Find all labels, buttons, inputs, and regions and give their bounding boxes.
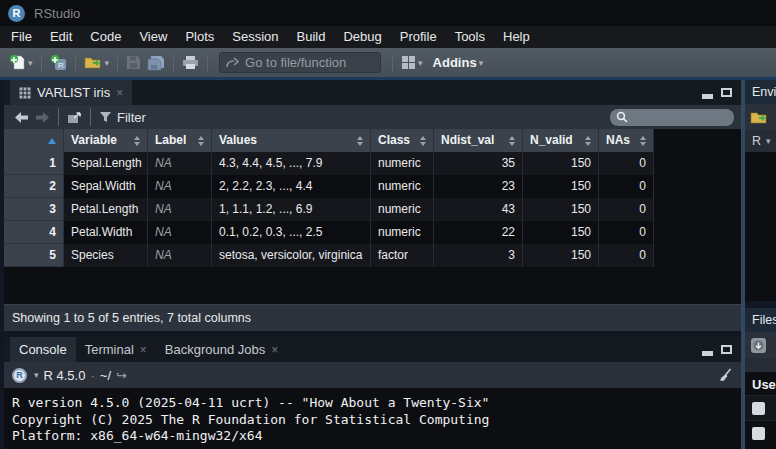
menu-help[interactable]: Help (494, 26, 539, 48)
table-search-box[interactable] (610, 109, 734, 126)
new-file-button[interactable]: ▾ (6, 51, 36, 75)
environment-pane: Environment R ▾ (745, 80, 776, 301)
class-cell: numeric (371, 175, 434, 198)
title-bar: R RStudio (0, 0, 776, 26)
open-file-button[interactable]: ▾ (81, 51, 113, 75)
filter-button[interactable]: Filter (96, 105, 149, 129)
files-header-label: User (745, 372, 776, 395)
label-cell: NA (148, 175, 212, 198)
row-number-column-header[interactable] (4, 129, 64, 152)
label-cell: NA (148, 152, 212, 175)
file-checkbox[interactable] (752, 427, 765, 440)
print-button[interactable] (179, 51, 202, 75)
column-header-n-valid[interactable]: N_valid (523, 129, 599, 152)
open-in-new-window-button[interactable] (64, 105, 85, 129)
file-checkbox[interactable] (752, 402, 765, 415)
minimize-pane-icon[interactable] (702, 351, 713, 356)
new-project-button[interactable]: R (47, 51, 70, 75)
tab-environment[interactable]: Environment (745, 80, 776, 104)
open-directory-arrow-icon[interactable]: ↪ (116, 368, 127, 383)
toolbar-separator (41, 54, 42, 72)
back-arrow-icon (14, 111, 29, 124)
table-row: 4 Petal.Width NA 0.1, 0.2, 0.3, ..., 2.5… (4, 221, 741, 244)
row-number-cell: 3 (4, 198, 64, 221)
filter-funnel-icon (99, 111, 112, 123)
pane-grid-icon (401, 55, 416, 70)
app-title: RStudio (34, 6, 80, 21)
svg-text:R: R (58, 61, 64, 70)
row-number-cell: 1 (4, 152, 64, 175)
column-header-label[interactable]: Label (148, 129, 212, 152)
ndist-val-cell: 35 (434, 152, 523, 175)
close-icon[interactable]: × (271, 343, 278, 357)
column-header-values[interactable]: Values (212, 129, 371, 152)
menu-session[interactable]: Session (223, 26, 287, 48)
environment-language-selector[interactable]: R ▾ (745, 130, 776, 152)
sort-icon (353, 136, 363, 146)
chevron-down-icon: ▾ (418, 58, 423, 68)
goto-file-function-input[interactable]: Go to file/function (219, 52, 381, 73)
environment-toolbar (745, 104, 776, 130)
menu-tools[interactable]: Tools (446, 26, 494, 48)
class-cell: numeric (371, 198, 434, 221)
sort-icon (194, 136, 204, 146)
tab-background-jobs[interactable]: Background Jobs × (156, 337, 287, 362)
values-cell: 2, 2.2, 2.3, ..., 4.4 (212, 175, 371, 198)
clear-console-broom-icon[interactable] (718, 368, 733, 383)
load-workspace-folder-icon[interactable] (750, 110, 769, 125)
values-cell: 4.3, 4.4, 4.5, ..., 7.9 (212, 152, 371, 175)
column-header-class[interactable]: Class (371, 129, 434, 152)
menu-edit[interactable]: Edit (41, 26, 81, 48)
menu-plots[interactable]: Plots (176, 26, 223, 48)
rstudio-logo-icon: R (8, 5, 25, 22)
nas-cell: 0 (599, 152, 654, 175)
minimize-pane-icon[interactable] (702, 94, 713, 99)
ndist-val-cell: 3 (434, 244, 523, 267)
back-button[interactable] (11, 105, 32, 129)
sort-icon (581, 136, 591, 146)
toolbar-separator (207, 54, 208, 72)
column-header-nas[interactable]: NAs (599, 129, 654, 152)
variable-cell: Petal.Width (64, 221, 148, 244)
chevron-down-icon[interactable]: ▾ (34, 370, 39, 380)
tab-varlist-iris[interactable]: VARLIST iris × (10, 80, 132, 105)
open-folder-icon (84, 55, 103, 70)
tab-terminal[interactable]: Terminal × (76, 337, 156, 362)
menu-file[interactable]: File (2, 26, 41, 48)
menu-view[interactable]: View (130, 26, 176, 48)
console-output[interactable]: R version 4.5.0 (2025-04-11 ucrt) -- "Ho… (4, 388, 741, 449)
console-toolbar: R ▾ R 4.5.0 · ~/ ↪ (4, 362, 741, 388)
toolbar-separator (90, 108, 91, 126)
close-icon[interactable]: × (116, 86, 123, 100)
menu-code[interactable]: Code (81, 26, 130, 48)
tab-console[interactable]: Console (10, 337, 76, 362)
table-search-input[interactable] (632, 109, 726, 125)
column-header-ndist-val[interactable]: Ndist_val (434, 129, 523, 152)
maximize-pane-icon[interactable] (721, 345, 732, 354)
viewer-tab-label: VARLIST iris (37, 85, 110, 100)
new-project-icon: R (50, 54, 67, 71)
menu-debug[interactable]: Debug (334, 26, 390, 48)
close-icon[interactable]: × (140, 343, 147, 357)
toolbar-separator (58, 108, 59, 126)
console-tab-strip: Console Terminal × Background Jobs × (4, 337, 741, 362)
addins-button[interactable]: Addins ▾ (426, 51, 487, 75)
new-blank-file-icon[interactable] (750, 337, 767, 354)
save-all-button[interactable] (144, 51, 168, 75)
forward-arrow-icon (35, 111, 50, 124)
maximize-pane-icon[interactable] (721, 88, 732, 97)
column-header-variable[interactable]: Variable (64, 129, 148, 152)
toolbar-separator (75, 54, 76, 72)
tab-files[interactable]: Files (745, 308, 776, 332)
forward-button[interactable] (32, 105, 53, 129)
pane-layout-button[interactable]: ▾ (398, 51, 426, 75)
viewer-tab-strip: VARLIST iris × (4, 80, 741, 105)
menu-build[interactable]: Build (288, 26, 335, 48)
row-number-cell: 2 (4, 175, 64, 198)
menu-profile[interactable]: Profile (391, 26, 446, 48)
label-cell: NA (148, 198, 212, 221)
save-button[interactable] (123, 51, 144, 75)
menu-bar: File Edit Code View Plots Session Build … (0, 26, 776, 48)
file-list-item[interactable] (745, 395, 776, 420)
file-list-item[interactable] (745, 420, 776, 445)
